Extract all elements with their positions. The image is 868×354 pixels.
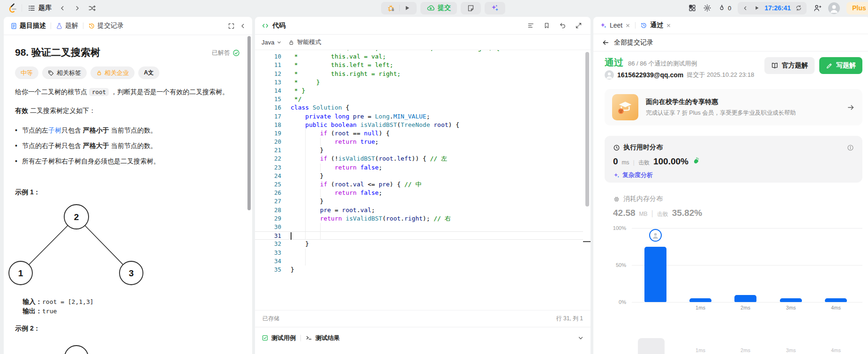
code-line-16[interactable]: 16class Solution {: [255, 103, 583, 112]
result-status-row: 通过 86 / 86 个通过的测试用例: [605, 56, 697, 69]
code-line-33[interactable]: 33: [255, 249, 583, 257]
prev-question-button[interactable]: [57, 3, 68, 14]
code-line-15[interactable]: 15 */: [255, 95, 583, 103]
your-submission-marker[interactable]: [649, 229, 662, 242]
runtime-distribution-card[interactable]: 执行用时分布 0 ms | 击败 100.00% 复杂度分析: [605, 136, 862, 183]
submitter-name: 1615622939@qq.com: [617, 71, 683, 79]
next-question-button[interactable]: [72, 3, 82, 14]
tab-testcase[interactable]: 测试用例: [262, 334, 296, 342]
notes-button[interactable]: [463, 2, 479, 15]
student-promo-banner[interactable]: 面向在校学生的专享特惠 完成认证享 7 折 Plus 会员，享受更多学业及职业成…: [605, 89, 862, 125]
runtime-bar-4ms[interactable]: [825, 298, 847, 302]
runtime-distribution-chart[interactable]: 100%50%0%1ms2ms3ms4ms: [632, 228, 862, 302]
language-selector[interactable]: Java: [262, 39, 282, 46]
format-code-icon[interactable]: [525, 20, 536, 31]
smart-mode-toggle[interactable]: 智能模式: [288, 38, 321, 46]
layout-grid-icon[interactable]: [688, 4, 696, 12]
code-line-11[interactable]: 11 * this.left = left;: [255, 61, 583, 69]
code-line-22[interactable]: 22 if (!isValidBST(root.left)) { // 左: [255, 155, 583, 163]
code-line-14[interactable]: 14 * }: [255, 87, 583, 95]
code-editor[interactable]: 9 * TreeNode(int val, TreeNode left, Tre…: [255, 50, 583, 307]
notes-pill: [461, 2, 481, 15]
complexity-analysis-link[interactable]: 复杂度分析: [613, 171, 653, 179]
memory-distribution-chart-partial[interactable]: 1ms2ms3ms4ms: [632, 338, 862, 354]
collapse-panel-icon[interactable]: [239, 22, 247, 30]
clap-icon: [692, 156, 700, 164]
code-line-23[interactable]: 23 return false;: [255, 163, 583, 172]
code-line-19[interactable]: 19 if (root == null) {: [255, 129, 583, 138]
expand-editor-icon[interactable]: [573, 20, 584, 31]
leetcode-logo[interactable]: [7, 2, 18, 14]
shuffle-question-button[interactable]: [86, 2, 98, 14]
fullscreen-icon[interactable]: [228, 22, 235, 30]
ai-assistant-button[interactable]: [486, 2, 503, 15]
language-label: Java: [262, 39, 274, 46]
tab-result[interactable]: 通过: [640, 21, 671, 30]
editor-scrollbar[interactable]: [585, 52, 589, 206]
code-line-25[interactable]: 25 if (root.val <= pre) { // 中: [255, 180, 583, 189]
code-line-35[interactable]: 35}: [255, 266, 583, 274]
problem-list-button[interactable]: 题库: [26, 2, 53, 14]
back-to-submissions[interactable]: 全部提交记录: [593, 34, 868, 52]
result-history-icon: [640, 22, 647, 29]
code-line-31[interactable]: 31: [255, 231, 583, 240]
close-result-tab-icon[interactable]: [666, 23, 671, 28]
subtree-link[interactable]: 子树: [48, 126, 61, 134]
timer-collapse-button[interactable]: [740, 2, 751, 15]
code-line-32[interactable]: 32 }: [255, 240, 583, 248]
description-icon: [10, 22, 17, 30]
code-line-29[interactable]: 29 return isValidBST(root.right); // 右: [255, 214, 583, 223]
timer-play-button[interactable]: [751, 2, 763, 15]
timer-reset-button[interactable]: [793, 2, 805, 15]
reset-code-icon[interactable]: [557, 20, 568, 31]
code-line-24[interactable]: 24 }: [255, 172, 583, 180]
code-line-20[interactable]: 20 return true;: [255, 138, 583, 146]
code-line-34[interactable]: 34: [255, 257, 583, 266]
memory-unit: MB: [639, 211, 648, 217]
plus-membership-chip[interactable]: Plus: [846, 2, 868, 15]
tab-testresult[interactable]: 测试结果: [306, 334, 340, 342]
overview-cursor-mark: [583, 241, 591, 242]
bookmark-icon[interactable]: [541, 20, 552, 31]
settings-gear-icon[interactable]: [703, 4, 711, 12]
code-line-13[interactable]: 13 * }: [255, 78, 583, 87]
tab-solutions[interactable]: 题解: [55, 20, 79, 32]
tab-description[interactable]: 题目描述: [9, 20, 47, 32]
collapse-console-icon[interactable]: [577, 335, 584, 341]
user-avatar[interactable]: [828, 2, 840, 14]
debug-button[interactable]: [383, 2, 399, 15]
code-line-21[interactable]: 21 }: [255, 146, 583, 155]
translate-toggle-button[interactable]: A文: [138, 66, 159, 79]
close-leet-tab-icon[interactable]: [625, 23, 630, 28]
info-icon[interactable]: [847, 144, 854, 151]
runtime-bar-1ms[interactable]: [689, 298, 711, 302]
example2-tree-partial: 5: [4, 344, 158, 354]
code-line-12[interactable]: 12 * this.right = right;: [255, 70, 583, 78]
run-button[interactable]: [400, 2, 415, 15]
left-panel-scrollbar[interactable]: [247, 36, 251, 210]
tab-submissions[interactable]: 提交记录: [87, 20, 125, 32]
code-line-18[interactable]: 18 public boolean isValidBST(TreeNode ro…: [255, 121, 583, 129]
related-companies-button[interactable]: 相关企业: [90, 66, 135, 79]
submit-button[interactable]: 提交: [422, 2, 455, 15]
difficulty-badge[interactable]: 中等: [15, 66, 38, 79]
runtime-bar-3ms[interactable]: [780, 298, 802, 302]
code-line-26[interactable]: 26 return false;: [255, 189, 583, 197]
code-line-27[interactable]: 27 }: [255, 197, 583, 206]
memory-distribution-header[interactable]: 消耗内存分布: [613, 195, 663, 203]
invite-user-icon[interactable]: [813, 4, 822, 12]
runtime-bar-0ms[interactable]: [644, 247, 666, 302]
write-solution-button[interactable]: 写题解: [819, 57, 862, 74]
official-solution-button[interactable]: 官方题解: [764, 57, 815, 74]
solved-label: 已解答: [212, 49, 230, 57]
code-line-17[interactable]: 17 private long pre = Long.MIN_VALUE;: [255, 112, 583, 121]
line-number: 26: [255, 189, 281, 197]
related-tags-button[interactable]: 相关标签: [42, 66, 87, 79]
runtime-bar-2ms[interactable]: [734, 295, 756, 302]
code-line-28[interactable]: 28 pre = root.val;: [255, 206, 583, 214]
testcase-label: 测试用例: [271, 334, 296, 342]
streak-flame[interactable]: 0: [718, 4, 731, 12]
tab-leet-ai[interactable]: Leet: [600, 22, 630, 29]
code-line-10[interactable]: 10 * this.val = val;: [255, 52, 583, 61]
code-line-30[interactable]: 30: [255, 223, 583, 231]
